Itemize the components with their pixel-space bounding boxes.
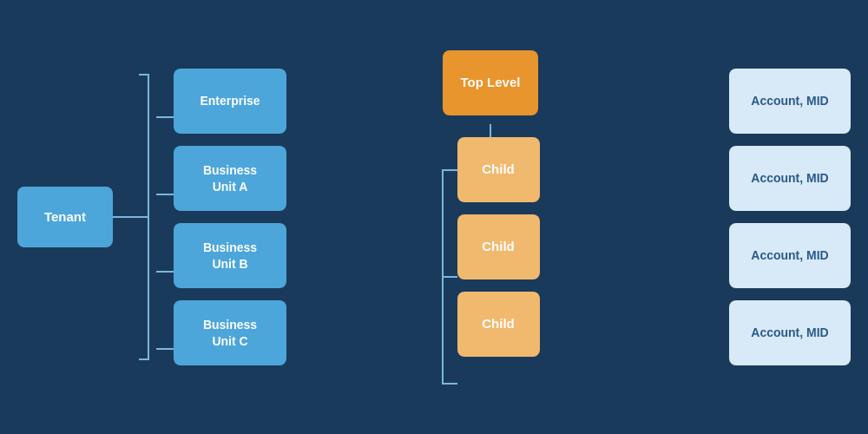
tenant-box: Tenant [17,187,113,247]
business-unit-b-label: BusinessUnit B [203,240,257,271]
account-column: Account, MID Account, MID Account, MID A… [729,69,851,365]
tenant-label: Tenant [44,208,86,226]
children-group: Child Child Child [442,137,540,385]
account-box-4: Account, MID [729,300,851,365]
enterprise-label: Enterprise [200,93,260,108]
brace-tick-top [139,74,148,76]
account-box-3: Account, MID [729,223,851,288]
account-label-3: Account, MID [751,247,828,263]
brace-tick-bottom [139,358,148,360]
account-label-4: Account, MID [751,325,828,340]
left-section: Tenant Enterprise Bu [17,69,286,365]
top-level-label: Top Level [461,74,521,91]
bu-conn-1 [156,116,174,118]
enterprise-box: Enterprise [174,69,286,134]
tenant-connector [113,216,139,218]
child-box-3: Child [457,292,540,357]
account-box-2: Account, MID [729,146,851,211]
business-unit-c-label: BusinessUnit C [203,317,257,348]
child-label-3: Child [482,315,515,332]
children-ticks [444,169,457,385]
toplevel-down-conn [490,124,491,137]
business-unit-b-box: BusinessUnit B [174,223,286,288]
account-label-1: Account, MID [751,93,828,108]
top-level-box: Top Level [443,50,538,115]
bu-column: Enterprise BusinessUnit A BusinessUnit B… [174,69,286,365]
brace [139,74,156,360]
middle-section: Top Level Child Child [442,50,540,385]
bu-connectors [156,85,174,350]
account-box-1: Account, MID [729,69,851,134]
child-box-2: Child [457,214,540,279]
child-label-1: Child [482,161,515,178]
business-unit-a-box: BusinessUnit A [174,146,286,211]
bu-conn-3 [156,271,174,273]
account-label-2: Account, MID [751,170,828,186]
bu-conn-2 [156,194,174,195]
right-section: Account, MID Account, MID Account, MID A… [729,69,851,365]
brace-vert [148,74,149,360]
diagram: Tenant Enterprise Bu [17,17,851,417]
bu-conn-4 [156,348,174,350]
child-tick-1 [444,169,457,171]
business-unit-a-label: BusinessUnit A [203,162,257,194]
business-unit-c-box: BusinessUnit C [174,300,286,365]
brace-tick-mid [139,216,148,218]
children-col: Child Child Child [457,137,540,357]
child-box-1: Child [457,137,540,202]
child-tick-2 [444,276,457,278]
child-label-2: Child [482,238,515,255]
child-tick-3 [444,383,457,385]
